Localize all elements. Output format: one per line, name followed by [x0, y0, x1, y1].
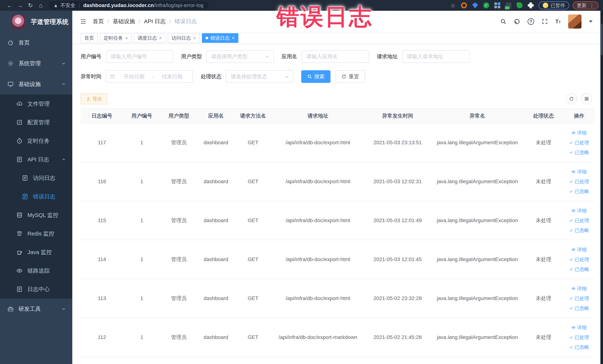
extension-green-check-icon[interactable]: ✓ — [483, 2, 489, 8]
process-status-select[interactable]: 请选择处理状态 — [226, 70, 293, 83]
mark-ignored-link[interactable]: 已忽略 — [569, 227, 589, 234]
sidebar-item-mysql-monitor[interactable]: MySQL 监控 — [0, 206, 72, 224]
search-button[interactable]: 搜索 — [301, 70, 331, 83]
date-range-picker[interactable]: 开始日期 - 结束日期 — [106, 70, 193, 83]
sidebar-item-access-log[interactable]: 访问日志 — [0, 169, 72, 187]
cell-user-id: 1 — [123, 123, 160, 162]
mark-processed-link[interactable]: 已处理 — [569, 140, 589, 146]
sidebar-item-home[interactable]: 首页 — [0, 32, 72, 53]
detail-link[interactable]: 详细 — [571, 130, 587, 136]
refresh-table-button[interactable] — [566, 94, 577, 104]
column-header: 应用名 — [197, 109, 234, 123]
sidebar-item-redis-monitor[interactable]: Redis 监控 — [0, 224, 72, 243]
extension-orange-icon[interactable] — [461, 2, 467, 8]
sidebar-item-log-center[interactable]: 日志中心 — [0, 280, 72, 299]
sidebar-item-java-monitor[interactable]: Java 监控 — [0, 243, 72, 261]
cell-exception-time: 2021-05-03 23:13:51 — [364, 123, 431, 162]
back-icon[interactable]: ← — [4, 2, 15, 9]
cell-user-type: 管理员 — [160, 201, 197, 240]
sidebar-item-infra[interactable]: 基础设施 — [0, 74, 72, 94]
scrollbar-thumb[interactable] — [601, 24, 603, 55]
mark-ignored-link[interactable]: 已忽略 — [569, 188, 589, 195]
profile-paused-pill[interactable]: 已暂停 — [538, 1, 569, 10]
breadcrumb-item[interactable]: API 日志 — [144, 18, 166, 25]
detail-link[interactable]: 详细 — [571, 208, 587, 214]
user-menu-caret-icon[interactable] — [589, 20, 593, 23]
eye-icon — [571, 131, 576, 135]
reload-icon[interactable]: ↻ — [25, 2, 35, 9]
mark-processed-link[interactable]: 已处理 — [569, 256, 589, 263]
mark-processed-link[interactable]: 已处理 — [569, 178, 589, 185]
request-url-input[interactable] — [402, 50, 470, 63]
extension-leaf-icon[interactable] — [517, 2, 522, 8]
close-icon[interactable]: × — [193, 35, 196, 40]
export-button[interactable]: 导出 — [81, 93, 107, 104]
detail-link[interactable]: 详细 — [571, 285, 587, 292]
forward-icon[interactable]: → — [15, 2, 25, 9]
user-type-select[interactable]: 请选择用户类型 — [206, 50, 274, 63]
browser-update-pill[interactable]: 更新 ⋮ — [573, 1, 599, 10]
mark-processed-link[interactable]: 已处理 — [569, 295, 589, 302]
sidebar-item-dev-tools[interactable]: 研发工具 — [0, 299, 72, 319]
reset-button-label: 重置 — [349, 73, 359, 80]
mark-ignored-link[interactable]: 已忽略 — [569, 266, 589, 273]
tab-schedule-log[interactable]: 调度日志 × — [134, 33, 165, 43]
detail-link[interactable]: 详细 — [571, 247, 587, 253]
cell-log-id: 114 — [81, 240, 123, 279]
detail-link[interactable]: 详细 — [571, 324, 587, 331]
column-header: 操作 — [563, 109, 595, 123]
browser-scrollbar-track[interactable] — [600, 11, 603, 364]
detail-link[interactable]: 详细 — [571, 169, 587, 175]
sidebar-item-tracing[interactable]: 链路追踪 — [0, 261, 72, 280]
bookmark-star-icon[interactable]: ☆ — [451, 2, 455, 9]
sidebar-fold-icon[interactable] — [80, 18, 86, 25]
extensions-puzzle-icon[interactable] — [528, 2, 534, 8]
sidebar-item-label: 日志中心 — [27, 286, 50, 293]
address-bar[interactable]: ▲ 不安全 dashboard.yudao.iocoder.cn /infra/… — [48, 1, 208, 10]
fullscreen-icon[interactable] — [542, 18, 548, 25]
close-icon[interactable]: × — [232, 35, 235, 40]
mark-processed-link[interactable]: 已处理 — [569, 334, 589, 341]
sidebar-item-scheduled-jobs[interactable]: 定时任务 — [0, 132, 72, 150]
github-icon[interactable] — [514, 18, 520, 25]
sidebar-item-file-manage[interactable]: 文件管理 — [0, 94, 72, 113]
user-id-input[interactable] — [106, 50, 173, 63]
search-icon[interactable] — [500, 18, 506, 25]
infra-submenu: 文件管理 配置管理 定时任务 API 日志 访问日志 错误日志 — [0, 94, 72, 299]
extension-blue-kite-icon[interactable] — [472, 2, 478, 8]
user-avatar[interactable] — [568, 14, 581, 29]
reset-button[interactable]: 重置 — [336, 70, 365, 83]
columns-grid-icon — [584, 96, 589, 101]
sidebar-item-system[interactable]: 系统管理 — [0, 53, 72, 74]
cell-exception-time: 2021-05-02 21:45:28 — [364, 318, 431, 357]
tab-error-log[interactable]: 错误日志 × — [202, 33, 238, 43]
sidebar-item-api-log[interactable]: API 日志 — [0, 150, 72, 169]
sidebar-item-label: 错误日志 — [33, 193, 55, 200]
tab-scheduled-jobs[interactable]: 定时任务 × — [100, 33, 132, 43]
mark-ignored-link[interactable]: 已忽略 — [569, 344, 589, 351]
kebab-menu-icon[interactable]: ⋮ — [590, 3, 594, 8]
close-icon[interactable]: × — [159, 35, 162, 40]
tab-access-log[interactable]: 访问日志 × — [168, 33, 199, 43]
tab-home[interactable]: 首页 — [81, 33, 98, 43]
cell-app-name: dashboard — [197, 201, 234, 240]
extension-switch-icon[interactable]: on — [506, 2, 511, 8]
close-icon[interactable]: × — [125, 35, 128, 40]
mark-processed-link[interactable]: 已处理 — [569, 217, 589, 224]
app-name-input[interactable] — [302, 50, 369, 63]
font-size-icon[interactable]: TT — [555, 19, 561, 24]
breadcrumb-item[interactable]: 基础设施 — [113, 18, 135, 25]
mark-ignored-link[interactable]: 已忽略 — [569, 305, 589, 312]
sidebar-item-config-manage[interactable]: 配置管理 — [0, 113, 72, 132]
extension-grid-icon[interactable] — [494, 2, 500, 8]
mark-ignored-link[interactable]: 已忽略 — [569, 149, 589, 156]
cell-process-status: 未处理 — [524, 123, 563, 162]
check-icon — [569, 218, 573, 223]
help-icon[interactable]: ? — [528, 18, 534, 25]
breadcrumb-item[interactable]: 首页 — [93, 18, 104, 25]
cell-user-type: 管理员 — [160, 318, 197, 357]
filter-request-url: 请求地址 — [377, 50, 470, 63]
home-icon[interactable]: ⌂ — [35, 2, 46, 9]
column-settings-button[interactable] — [581, 94, 592, 104]
sidebar-item-error-log[interactable]: 错误日志 — [0, 187, 72, 206]
